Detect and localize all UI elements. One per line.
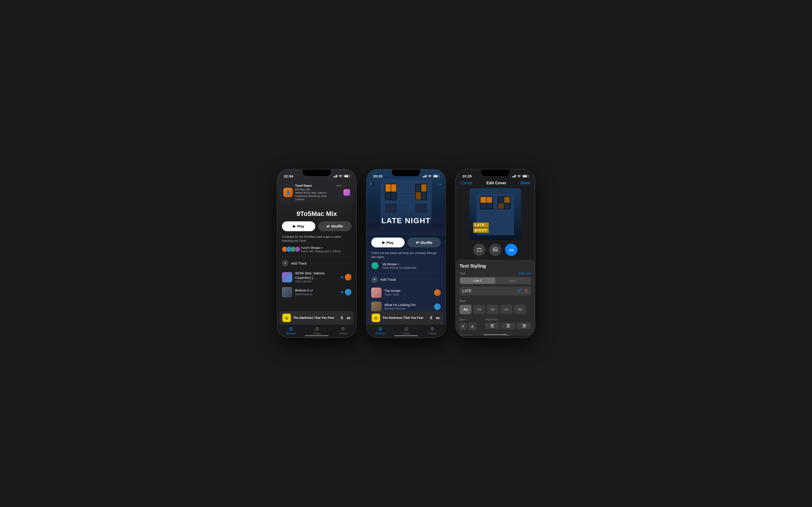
svg-rect-32 (480, 203, 486, 209)
delete-text-icon[interactable] (524, 289, 528, 293)
mixtapes-label-1: Mixtapes (286, 332, 296, 335)
play-label-2: Play (387, 241, 394, 244)
svg-rect-30 (480, 197, 486, 203)
image-tool-button[interactable] (489, 244, 501, 256)
layer-tool-button[interactable] (473, 244, 486, 256)
collaborator-names-1: Yusuf, Me, Alessia and 1 Others (301, 250, 341, 253)
playlist-description-2: These low-key beats will keep you compan… (366, 251, 446, 262)
font-option-display[interactable]: Aa (500, 305, 512, 314)
track-name-looking: What I'm Looking For (385, 303, 432, 307)
svg-rect-38 (504, 203, 510, 209)
track-actions-believe (341, 289, 352, 295)
track-name-wow: WOW (feat. Sabrina Carpenter) [... (295, 271, 338, 280)
align-options (485, 323, 531, 329)
settings-icon-2: ⚙ (430, 326, 435, 332)
tab-settings-1[interactable]: ⚙ Settings (339, 326, 347, 335)
tab-mixtapes-2[interactable]: ⊞ Mixtapes (375, 326, 385, 335)
collab-info[interactable]: Yusuf's Mixtape > Yusuf, Me, Alessia and… (301, 245, 341, 253)
add-track-label-1: Add Track (291, 261, 307, 265)
track-actions-wow (341, 274, 352, 280)
track-name-believe: Believe in U (295, 288, 338, 292)
text-styling-panel: Text Styling Text Add Line Line 1 Line 2… (456, 260, 535, 336)
track-row-believe[interactable]: Believe in U Machinedrum (277, 285, 356, 299)
tab-gallery-2[interactable]: ⊟ Gallery (403, 326, 410, 335)
shuffle-button-1[interactable]: ⇄ Shuffle (318, 221, 352, 231)
more-button-2[interactable]: ··· (438, 181, 442, 186)
size-large-button[interactable]: A (468, 323, 476, 330)
line1-tab[interactable]: Line 1 (460, 277, 495, 284)
add-track-label-2: Add Track (380, 277, 396, 281)
pause-icon-1[interactable]: ⏸ (340, 316, 344, 320)
text-tool-button[interactable]: Aa (505, 244, 517, 256)
battery-icon-2 (433, 175, 439, 177)
now-playing-info-2: The Darkness That You Fear (383, 316, 427, 320)
collab-info-2[interactable]: My Mixtape > Invite friends to collabora… (383, 262, 417, 270)
play-button-2[interactable]: ▶ Play (371, 237, 405, 247)
gallery-label-1: Gallery (313, 332, 321, 335)
home-indicator-3 (484, 334, 507, 335)
text-tool-icon: Aa (509, 248, 513, 252)
cancel-button[interactable]: Cancel (460, 181, 472, 185)
signal-icon-2 (423, 175, 427, 177)
add-track-1[interactable]: + Add Track (277, 260, 356, 269)
align-right-button[interactable] (517, 323, 531, 329)
svg-rect-45 (491, 327, 494, 327)
track-row-wow[interactable]: WOW (feat. Sabrina Carpenter) [... Zara … (277, 269, 356, 285)
play-button-1[interactable]: ▶ Play (282, 221, 315, 231)
now-playing-bar-2[interactable]: ◎ The Darkness That You Fear ⏸ ⏭ (368, 311, 444, 324)
edit-cover-title: Edit Cover (486, 181, 506, 185)
font-option-sans[interactable]: Aa (473, 305, 485, 314)
line2-tab[interactable]: Line 2 (495, 277, 530, 284)
skip-icon-1[interactable]: ⏭ (347, 316, 351, 320)
cover-preview: LATE NIGHT (469, 188, 521, 240)
add-line-button[interactable]: Add Line (519, 272, 531, 275)
skip-icon-2[interactable]: ⏭ (436, 316, 440, 320)
edit-cover-header: Cancel Edit Cover Done (456, 180, 535, 188)
play-label-1: Play (297, 224, 305, 228)
shuffle-button-2[interactable]: ⇄ Shuffle (407, 237, 441, 247)
time-1: 22:04 (284, 174, 293, 178)
notification-bar[interactable]: 👤 Yusuf Dayes 9To5Mac Mix Added WOW (fea… (280, 182, 353, 204)
pause-icon-2[interactable]: ⏸ (429, 316, 433, 320)
font-option-serif[interactable]: Aa (460, 305, 471, 314)
wifi-icon-1 (339, 175, 342, 177)
phone-3: 20:25 Ca (455, 169, 535, 338)
tab-gallery-1[interactable]: ⊟ Gallery (313, 326, 321, 335)
align-left-icon (491, 324, 494, 327)
layer-icon (477, 247, 482, 252)
notif-time: now (337, 184, 341, 187)
cover-text-line1: LATE (473, 223, 489, 227)
tab-mixtapes-1[interactable]: ⊞ Mixtapes (286, 326, 296, 335)
wifi-icon-2 (428, 175, 432, 177)
size-small-button[interactable]: A (460, 323, 467, 330)
play-icon-2: ▶ (382, 240, 385, 244)
back-button-2[interactable]: ‹ (370, 181, 372, 186)
divider-2 (371, 273, 441, 274)
mixtape-link-1: Yusuf's Mixtape > (301, 246, 323, 249)
add-track-2[interactable]: + Add Track (366, 276, 446, 286)
p2-content: ▶ Play ⇄ Shuffle These low-key beats wil… (366, 235, 446, 314)
settings-icon-1: ⚙ (341, 326, 345, 332)
tab-settings-2[interactable]: ⚙ Settings (428, 326, 437, 335)
size-align-row: Size A A Alignment (460, 318, 531, 330)
track-info-looking: What I'm Looking For Brendan Benson (385, 303, 432, 311)
settings-label-2: Settings (428, 332, 437, 335)
font-label: Font (460, 299, 531, 303)
track-row-archer[interactable]: ♪ The Archer Taylor Swift (366, 286, 446, 300)
font-option-mono[interactable]: Aa (487, 305, 499, 314)
gallery-icon-1: ⊟ (315, 326, 319, 332)
now-playing-bar-1[interactable]: ◎ The Darkness That You Fear ⏸ ⏭ (279, 311, 354, 324)
align-left-button[interactable] (485, 323, 500, 329)
svg-rect-44 (491, 326, 493, 326)
align-center-button[interactable] (501, 323, 515, 329)
now-playing-art-2: ◎ (372, 314, 380, 322)
notch-1 (303, 169, 331, 176)
edit-text-icon[interactable] (517, 289, 522, 293)
notif-message: Added WOW (feat. Sabrina Carpenter) [Rem… (295, 191, 334, 201)
playlist-description-1: A mixtape for the 9To5Mac crew to jam to… (277, 235, 356, 246)
svg-rect-51 (522, 327, 526, 327)
svg-rect-31 (487, 197, 492, 203)
done-button[interactable]: Done (521, 181, 530, 185)
track-art-archer: ♪ (371, 288, 382, 298)
font-option-script[interactable]: Aa (514, 305, 526, 314)
